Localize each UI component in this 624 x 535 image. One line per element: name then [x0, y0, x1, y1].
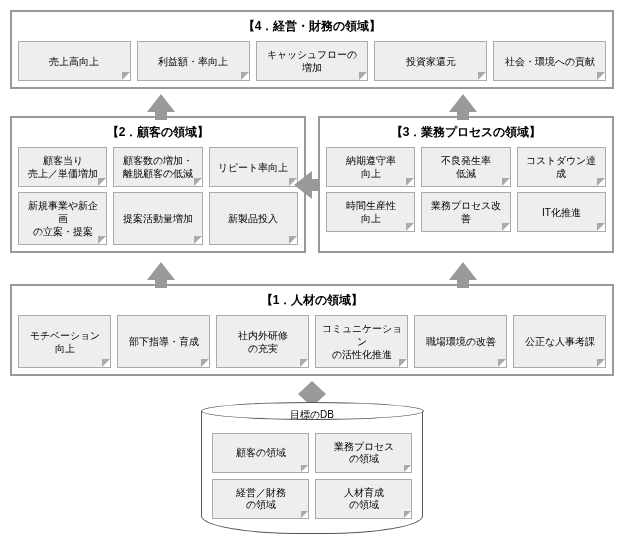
db-item: 経営／財務の領域 [212, 479, 309, 519]
domain3-title: 【3．業務プロセスの領域】 [326, 124, 606, 141]
d2-item: 新製品投入 [209, 192, 298, 245]
d2-item: 顧客数の増加・離脱顧客の低減 [113, 147, 202, 187]
d1-item: 職場環境の改善 [414, 315, 507, 368]
domain-customer: 【2．顧客の領域】 顧客当り売上／単価増加 顧客数の増加・離脱顧客の低減 リピー… [10, 116, 306, 253]
d1-item: 部下指導・育成 [117, 315, 210, 368]
arrow-up-icon [147, 94, 175, 112]
d4-item: 売上高向上 [18, 41, 131, 81]
domain1-title: 【1．人材の領域】 [18, 292, 606, 309]
arrow-up-icon [449, 262, 477, 280]
domain-management-finance: 【4．経営・財務の領域】 売上高向上 利益額・率向上 キャッシュフローの増加 投… [10, 10, 614, 89]
d3-item: 業務プロセス改善 [421, 192, 510, 232]
arrow-up-icon [449, 94, 477, 112]
db-item: 顧客の領域 [212, 433, 309, 473]
d1-item: 公正な人事考課 [513, 315, 606, 368]
domain4-title: 【4．経営・財務の領域】 [18, 18, 606, 35]
d2-item: リピート率向上 [209, 147, 298, 187]
d4-item: 社会・環境への貢献 [493, 41, 606, 81]
arrow-up-icon [147, 262, 175, 280]
arrows-to-23 [10, 262, 614, 280]
db-item: 業務プロセスの領域 [315, 433, 412, 473]
d3-item: 納期遵守率向上 [326, 147, 415, 187]
d4-item: 投資家還元 [374, 41, 487, 81]
d2-item: 提案活動量増加 [113, 192, 202, 245]
d3-item: IT化推進 [517, 192, 606, 232]
d2-item: 顧客当り売上／単価増加 [18, 147, 107, 187]
db-container: 目標のDB 顧客の領域 業務プロセスの領域 経営／財務の領域 人材育成の領域 [10, 411, 614, 534]
d2-item: 新規事業や新企画の立案・提案 [18, 192, 107, 245]
d4-item: キャッシュフローの増加 [256, 41, 369, 81]
d3-item: コストダウン達成 [517, 147, 606, 187]
db-item: 人材育成の領域 [315, 479, 412, 519]
d3-item: 時間生産性向上 [326, 192, 415, 232]
domain-process: 【3．業務プロセスの領域】 納期遵守率向上 不良発生率低減 コストダウン達成 時… [318, 116, 614, 253]
d4-item: 利益額・率向上 [137, 41, 250, 81]
d1-item: コミュニケーションの活性化推進 [315, 315, 408, 368]
arrows-to-4 [10, 94, 614, 112]
domain2-title: 【2．顧客の領域】 [18, 124, 298, 141]
d1-item: 社内外研修の充実 [216, 315, 309, 368]
db-title: 目標のDB [290, 408, 334, 422]
db-cylinder: 目標のDB 顧客の領域 業務プロセスの領域 経営／財務の領域 人材育成の領域 [201, 411, 423, 534]
domain-hr: 【1．人材の領域】 モチベーション向上 部下指導・育成 社内外研修の充実 コミュ… [10, 284, 614, 376]
d3-item: 不良発生率低減 [421, 147, 510, 187]
d1-item: モチベーション向上 [18, 315, 111, 368]
domain4-row: 売上高向上 利益額・率向上 キャッシュフローの増加 投資家還元 社会・環境への貢… [18, 41, 606, 81]
